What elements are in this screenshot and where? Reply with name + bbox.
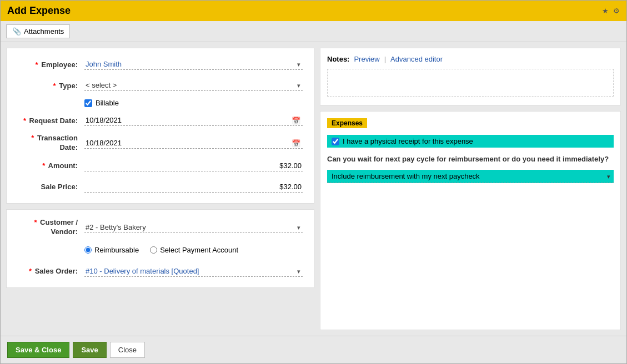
employee-label: * Employee:	[18, 60, 84, 69]
transaction-date-calendar-icon[interactable]: 📅	[292, 139, 300, 147]
expenses-section: Expenses I have a physical receipt for t…	[320, 111, 621, 330]
left-panel: * Employee: John Smith ▾ * Type:	[6, 48, 314, 330]
top-form-section: * Employee: John Smith ▾ * Type:	[6, 48, 314, 204]
customer-vendor-label: * Customer / Vendor:	[18, 218, 84, 237]
notes-separator: |	[384, 55, 386, 63]
bottom-form-section: * Customer / Vendor: #2 - Betty's Bakery…	[6, 209, 314, 288]
customer-vendor-field-wrap: #2 - Betty's Bakery ▾	[84, 222, 303, 233]
notes-section: Notes: Preview | Advanced editor	[320, 48, 621, 105]
reimbursable-label: Reimbursable	[94, 246, 139, 254]
reimbursable-radio[interactable]	[84, 246, 92, 254]
bottom-bar: Save & Close Save Close	[1, 336, 626, 363]
request-date-field-wrap: 📅	[84, 115, 303, 126]
amount-label: * Amount:	[18, 161, 84, 170]
sale-price-row: Sale Price:	[18, 179, 303, 195]
add-expense-window: Add Expense ★ ⚙ 📎 Attachments * Employee…	[0, 0, 627, 364]
physical-receipt-checkbox[interactable]	[332, 138, 339, 145]
physical-receipt-label[interactable]: I have a physical receipt for this expen…	[343, 137, 473, 145]
attachments-label: Attachments	[24, 27, 64, 36]
request-date-input[interactable]	[84, 115, 303, 126]
customer-vendor-select[interactable]: #2 - Betty's Bakery	[84, 222, 303, 233]
select-payment-option[interactable]: Select Payment Account	[150, 246, 238, 254]
reimbursement-select[interactable]: Include reimbursement with my next paych…	[327, 170, 614, 183]
sales-order-label: * Sales Order:	[18, 267, 84, 275]
request-date-calendar-icon[interactable]: 📅	[292, 117, 300, 125]
transaction-date-field-wrap: 📅	[84, 138, 303, 149]
notes-header: Notes: Preview | Advanced editor	[327, 55, 614, 63]
toolbar: 📎 Attachments	[1, 21, 626, 42]
transaction-date-input[interactable]	[84, 138, 303, 149]
notes-textarea[interactable]	[327, 69, 614, 97]
expenses-badge: Expenses	[327, 118, 367, 128]
amount-input[interactable]	[84, 160, 303, 171]
employee-field-wrap: John Smith ▾	[84, 59, 303, 70]
notes-label: Notes:	[327, 55, 349, 63]
attachments-button[interactable]: 📎 Attachments	[6, 24, 70, 38]
amount-field-wrap	[84, 160, 303, 171]
employee-select[interactable]: John Smith	[84, 59, 303, 70]
select-payment-radio[interactable]	[150, 246, 157, 254]
payment-field-wrap: Reimbursable Select Payment Account	[84, 246, 303, 254]
sale-price-input[interactable]	[84, 181, 303, 193]
title-bar: Add Expense ★ ⚙	[1, 1, 626, 21]
employee-row: * Employee: John Smith ▾	[18, 57, 303, 72]
sales-order-select[interactable]: #10 - Delivery of materials [Quoted]	[84, 266, 303, 277]
reimburse-question: Can you wait for next pay cycle for reim…	[327, 154, 614, 164]
advanced-editor-link[interactable]: Advanced editor	[390, 55, 443, 63]
customer-vendor-row: * Customer / Vendor: #2 - Betty's Bakery…	[18, 218, 303, 237]
sales-order-field-wrap: #10 - Delivery of materials [Quoted] ▾	[84, 266, 303, 277]
transaction-date-row: * Transaction Date: 📅	[18, 134, 303, 153]
right-panel: Notes: Preview | Advanced editor Expense…	[320, 48, 621, 330]
star-icon[interactable]: ★	[602, 7, 609, 15]
preview-link[interactable]: Preview	[354, 55, 379, 63]
amount-row: * Amount:	[18, 158, 303, 174]
main-content: * Employee: John Smith ▾ * Type:	[1, 42, 626, 336]
close-button[interactable]: Close	[110, 342, 145, 358]
type-row: * Type: < select > ▾	[18, 78, 303, 93]
reimbursable-option[interactable]: Reimbursable	[84, 246, 139, 254]
select-payment-label: Select Payment Account	[160, 246, 238, 254]
save-close-button[interactable]: Save & Close	[7, 342, 69, 358]
request-date-label: * Request Date:	[18, 117, 84, 125]
billable-row: Billable	[18, 99, 303, 107]
paperclip-icon: 📎	[12, 27, 21, 36]
type-label: * Type:	[18, 82, 84, 90]
sales-order-row: * Sales Order: #10 - Delivery of materia…	[18, 264, 303, 279]
title-bar-icons: ★ ⚙	[602, 7, 620, 15]
sale-price-label: Sale Price:	[18, 183, 84, 191]
physical-receipt-row: I have a physical receipt for this expen…	[327, 135, 614, 148]
type-select[interactable]: < select >	[84, 80, 303, 91]
sale-price-field-wrap	[84, 181, 303, 193]
reimbursement-select-wrap: Include reimbursement with my next paych…	[327, 170, 614, 183]
billable-label[interactable]: Billable	[96, 99, 119, 107]
type-field-wrap: < select > ▾	[84, 80, 303, 91]
transaction-date-label: * Transaction Date:	[18, 134, 84, 153]
billable-checkbox[interactable]	[84, 99, 92, 107]
radio-group: Reimbursable Select Payment Account	[84, 246, 303, 254]
payment-row: Reimbursable Select Payment Account	[18, 242, 303, 258]
page-title: Add Expense	[7, 5, 71, 17]
request-date-row: * Request Date: 📅	[18, 113, 303, 128]
save-button[interactable]: Save	[73, 342, 106, 358]
gear-icon[interactable]: ⚙	[613, 7, 620, 15]
